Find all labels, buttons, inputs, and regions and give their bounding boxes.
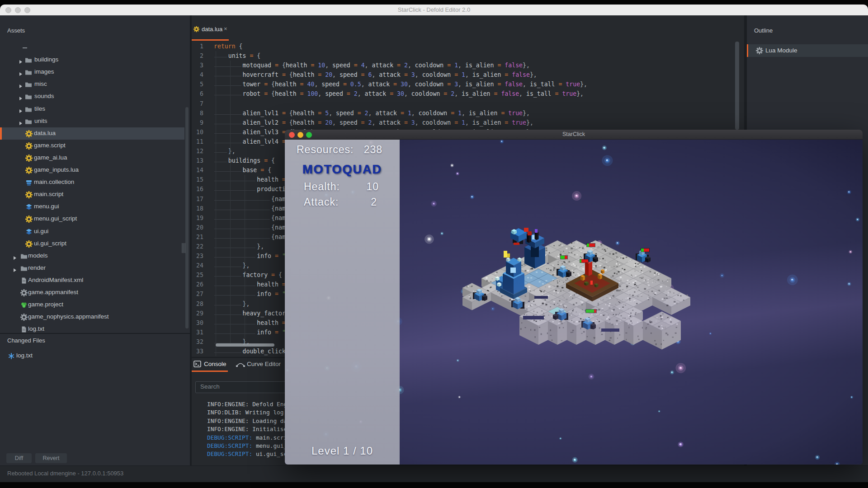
code-line: 2 units = {: [192, 51, 734, 61]
tree-item-tiles[interactable]: tiles: [0, 103, 184, 115]
tab-data-lua[interactable]: data.lua ×: [192, 15, 230, 41]
tree-item-game.project[interactable]: game.project: [0, 299, 184, 311]
tree-item-label: game_ai.lua: [34, 154, 67, 161]
tab-console[interactable]: Console: [192, 358, 228, 371]
gear-yellow-icon: [25, 155, 33, 162]
folder-icon: [25, 93, 32, 100]
folder-icon: [25, 56, 32, 64]
gear-yellow-icon: [25, 240, 33, 248]
tab-close-icon[interactable]: ×: [224, 25, 227, 32]
tree-item-menu.gui_script[interactable]: menu.gui_script: [0, 213, 184, 225]
expand-icon[interactable]: [13, 254, 17, 258]
health-value: 10: [366, 181, 379, 193]
code-line: 5 tower = {health = 40, speed = 0.5, att…: [192, 80, 734, 89]
tree-item-render[interactable]: render: [0, 262, 184, 274]
tree-item-units[interactable]: units: [0, 115, 184, 127]
expand-icon[interactable]: [19, 94, 23, 99]
outline-title: Outline: [754, 27, 773, 34]
tree-item-game.appmanifest[interactable]: game.appmanifest: [0, 286, 184, 299]
tree-item-models[interactable]: models: [0, 250, 184, 262]
code-line: 4 hovercraft = {health = 20, speed = 6, …: [192, 70, 734, 80]
game-title: StarClick: [285, 131, 863, 137]
curve-tab-label: Curve Editor: [247, 361, 281, 367]
tree-item-ui.gui[interactable]: ui.gui: [0, 225, 184, 238]
tree-item-label: ui.gui: [34, 228, 48, 235]
tree-item-label: buildings: [34, 56, 58, 63]
tree-item-label: main.collection: [34, 178, 74, 185]
folder-icon: [20, 265, 28, 272]
code-line: 8 alien_lvl1 = {health = 5, speed = 2, a…: [192, 108, 734, 118]
tree-item-label: ui.gui_script: [34, 240, 66, 247]
folder-icon: [20, 253, 28, 260]
assets-panel: Assets buildingsimagesmiscsoundstilesuni…: [0, 15, 190, 465]
tree-item-label: main.script: [34, 191, 63, 197]
tree-item-main.collection[interactable]: main.collection: [0, 176, 184, 188]
attack-value: 2: [371, 196, 377, 208]
changed-file-label: log.txt: [16, 352, 33, 359]
expand-icon[interactable]: [19, 58, 23, 62]
tree-item-game_nophysics.appmanifest[interactable]: game_nophysics.appmanifest: [0, 311, 184, 323]
folder-icon: [25, 81, 32, 88]
tree-item-game_ai.lua[interactable]: game_ai.lua: [0, 152, 184, 164]
gear-yellow-icon: [25, 142, 33, 150]
tree-item-label: misc: [34, 80, 47, 87]
gear-yellow-icon: [25, 130, 33, 137]
revert-button[interactable]: Revert: [35, 453, 67, 463]
tree-item-ui.gui_script[interactable]: ui.gui_script: [0, 238, 184, 250]
level-indicator: Level 1 / 10: [285, 445, 400, 457]
gear-yellow-icon: [25, 167, 33, 174]
changed-asterisk-icon: [8, 352, 15, 360]
tree-item-data.lua[interactable]: data.lua: [0, 127, 184, 140]
status-text: Rebooted Local dmengine - 127.0.0.1:5095…: [7, 470, 123, 477]
editor-hscrollbar[interactable]: [216, 343, 274, 347]
tree-item-label: game.script: [34, 142, 66, 149]
expand-icon[interactable]: [13, 266, 17, 271]
tree-item-label: game_inputs.lua: [34, 166, 79, 173]
editor-vscrollbar[interactable]: [735, 42, 739, 130]
console-icon: [193, 361, 201, 368]
tree-item-root[interactable]: [0, 42, 184, 54]
tree-item-label: AndroidManifest.xml: [28, 277, 83, 283]
tree-item-label: game.appmanifest: [28, 289, 78, 296]
game-hud: Resources: 238 MOTOQUAD Health: 10 Attac…: [285, 140, 400, 465]
curve-editor-icon: [236, 361, 243, 368]
tree-item-images[interactable]: images: [0, 66, 184, 78]
doc-icon: [20, 326, 28, 333]
assets-scrollbar[interactable]: [185, 107, 189, 328]
expand-icon[interactable]: [19, 70, 23, 75]
lua-file-icon: [193, 26, 199, 32]
diff-button[interactable]: Diff: [6, 453, 32, 463]
dash-icon: [21, 44, 28, 52]
tree-item-AndroidManifest.xml[interactable]: AndroidManifest.xml: [0, 274, 184, 286]
tree-item-label: images: [34, 68, 54, 75]
splitter-handle[interactable]: [182, 243, 185, 253]
expand-icon[interactable]: [19, 82, 23, 87]
game-viewport[interactable]: Resources: 238 MOTOQUAD Health: 10 Attac…: [285, 140, 863, 465]
expand-icon[interactable]: [19, 119, 23, 124]
folder-icon: [25, 69, 32, 76]
screen: StarClick - Defold Editor 2.0 Assets bui…: [0, 0, 868, 488]
tree-item-main.script[interactable]: main.script: [0, 188, 184, 201]
game-titlebar: StarClick: [285, 130, 863, 140]
active-console-tab-underline: [192, 371, 228, 372]
defold-icon: [20, 301, 28, 309]
changed-file-row[interactable]: log.txt: [0, 350, 190, 362]
game-window[interactable]: StarClick Resources: 238 MOTOQUAD Health…: [285, 130, 863, 465]
tree-item-label: game.project: [28, 301, 63, 308]
gui-icon: [25, 203, 33, 211]
tab-curve-editor[interactable]: Curve Editor: [235, 358, 285, 371]
resources-label: Resources:: [297, 144, 354, 156]
tree-item-misc[interactable]: misc: [0, 78, 184, 90]
tree-item-sounds[interactable]: sounds: [0, 90, 184, 103]
outline-item-lua-module[interactable]: Lua Module: [747, 44, 868, 57]
tree-item-buildings[interactable]: buildings: [0, 54, 184, 66]
tree-item-label: sounds: [34, 93, 54, 99]
tree-item-game_inputs.lua[interactable]: game_inputs.lua: [0, 164, 184, 176]
tree-item-game.script[interactable]: game.script: [0, 140, 184, 152]
selected-unit-name: MOTOQUAD: [285, 163, 400, 177]
expand-icon[interactable]: [19, 107, 23, 112]
tree-item-label: game_nophysics.appmanifest: [28, 313, 109, 320]
health-label: Health:: [304, 181, 340, 193]
tree-item-label: log.txt: [28, 325, 44, 332]
tree-item-menu.gui[interactable]: menu.gui: [0, 201, 184, 213]
